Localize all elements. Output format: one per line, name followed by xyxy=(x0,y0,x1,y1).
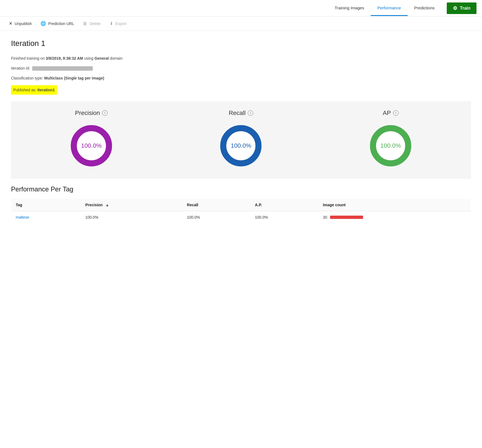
cell-ap: 100.0% xyxy=(250,211,318,224)
gear-icon: ⚙ xyxy=(453,5,457,11)
metric-card-ap: AP i 100.0% xyxy=(366,109,415,171)
info-icon-ap[interactable]: i xyxy=(393,110,399,116)
toolbar: ✕ Unpublish 🌐 Prediction URL 🗑 Delete ⬇ … xyxy=(0,17,482,31)
prediction-url-button[interactable]: 🌐 Prediction URL xyxy=(40,21,74,26)
train-button-label: Train xyxy=(460,6,470,11)
cell-image-count: 30 xyxy=(318,211,471,224)
nav-tabs: Training Images Performance Predictions xyxy=(328,1,441,16)
table-header: Tag Precision ▲ Recall A.P. Image count xyxy=(11,199,471,211)
metric-card-recall: Recall i 100.0% xyxy=(216,109,266,171)
finished-text-pre: Finished training on xyxy=(11,56,46,61)
col-recall: Recall xyxy=(183,199,250,211)
export-icon: ⬇ xyxy=(110,21,113,26)
tag-table: Tag Precision ▲ Recall A.P. Image count … xyxy=(11,199,471,224)
iteration-id-row: Iteration id: xyxy=(11,64,471,72)
donut-value-precision: 100.0% xyxy=(81,142,102,149)
finished-domain: General xyxy=(94,56,109,61)
col-tag: Tag xyxy=(11,199,81,211)
iteration-meta: Finished training on 3/8/2019, 9:38:32 A… xyxy=(11,54,471,62)
published-label: Published as: xyxy=(13,88,37,92)
export-button[interactable]: ⬇ Export xyxy=(110,21,126,26)
tab-predictions[interactable]: Predictions xyxy=(408,1,441,16)
published-row: Published as: Iteration1 xyxy=(11,84,471,95)
cell-precision: 100.0% xyxy=(81,211,183,224)
tab-training-images[interactable]: Training Images xyxy=(328,1,371,16)
classification-row: Classification type: Multiclass (Single … xyxy=(11,74,471,82)
finished-text-mid: using xyxy=(83,56,94,61)
image-count-value: 30 xyxy=(323,215,327,219)
train-button[interactable]: ⚙ Train xyxy=(447,2,476,14)
metric-label-ap: AP i xyxy=(383,109,398,117)
main-content: Iteration 1 Finished training on 3/8/201… xyxy=(0,31,482,232)
metric-label-precision: Precision i xyxy=(75,109,108,117)
col-ap: A.P. xyxy=(250,199,318,211)
export-label: Export xyxy=(115,21,126,26)
metrics-section: Precision i 100.0% Recall i xyxy=(11,101,471,179)
iteration-id-value xyxy=(32,66,93,71)
iteration-title: Iteration 1 xyxy=(11,39,471,48)
finished-text-post: domain xyxy=(109,56,122,61)
classification-value: Multiclass (Single tag per image) xyxy=(44,76,104,80)
top-nav: Training Images Performance Predictions … xyxy=(0,0,482,17)
unpublish-label: Unpublish xyxy=(15,21,32,26)
published-badge: Published as: Iteration1 xyxy=(11,85,57,95)
close-icon: ✕ xyxy=(9,21,12,26)
cell-recall: 100.0% xyxy=(183,211,250,224)
classification-label: Classification type: xyxy=(11,76,43,80)
tag-table-body: maltese 100.0% 100.0% 100.0% 30 xyxy=(11,211,471,224)
donut-precision: 100.0% xyxy=(67,121,116,171)
col-precision[interactable]: Precision ▲ xyxy=(81,199,183,211)
performance-per-tag-title: Performance Per Tag xyxy=(11,185,471,193)
image-count-bar-cell: 30 xyxy=(323,215,466,219)
delete-icon: 🗑 xyxy=(83,21,87,26)
prediction-url-label: Prediction URL xyxy=(48,21,74,26)
tag-link[interactable]: maltese xyxy=(16,215,29,219)
table-row: maltese 100.0% 100.0% 100.0% 30 xyxy=(11,211,471,224)
donut-ap: 100.0% xyxy=(366,121,415,171)
info-icon-precision[interactable]: i xyxy=(102,110,108,116)
tab-performance[interactable]: Performance xyxy=(371,1,408,16)
image-count-bar xyxy=(330,216,363,219)
unpublish-button[interactable]: ✕ Unpublish xyxy=(9,21,32,26)
donut-recall: 100.0% xyxy=(216,121,266,171)
cell-tag: maltese xyxy=(11,211,81,224)
info-icon-recall[interactable]: i xyxy=(248,110,253,116)
metric-label-recall: Recall i xyxy=(229,109,253,117)
finished-date: 3/8/2019, 9:38:32 AM xyxy=(46,56,83,61)
globe-icon: 🌐 xyxy=(40,21,46,26)
donut-value-recall: 100.0% xyxy=(231,142,251,149)
donut-value-ap: 100.0% xyxy=(380,142,401,149)
delete-button[interactable]: 🗑 Delete xyxy=(83,21,100,26)
delete-label: Delete xyxy=(89,21,100,26)
col-image-count: Image count xyxy=(318,199,471,211)
published-name: Iteration1 xyxy=(37,88,55,92)
sort-arrow-precision: ▲ xyxy=(105,203,109,207)
id-label: Iteration id: xyxy=(11,66,30,70)
metric-card-precision: Precision i 100.0% xyxy=(67,109,116,171)
